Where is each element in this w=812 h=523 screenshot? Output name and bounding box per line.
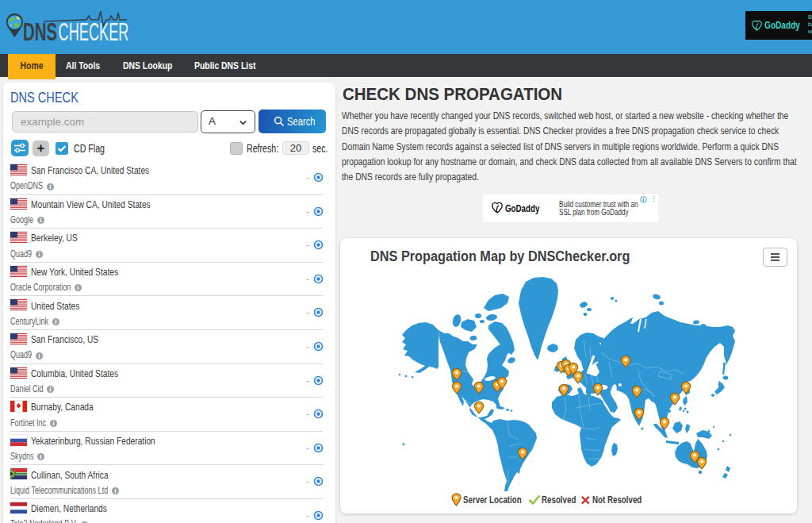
- svg-text:CHECKER: CHECKER: [59, 17, 129, 46]
- svg-text:DNS: DNS: [23, 17, 57, 46]
